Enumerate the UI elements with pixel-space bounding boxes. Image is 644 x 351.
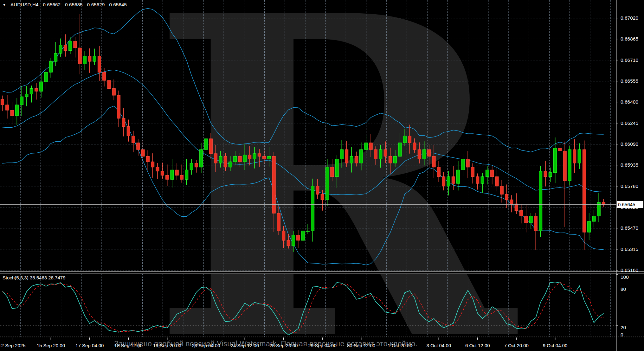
bear-candle — [151, 162, 154, 167]
bear-candle — [258, 154, 261, 156]
bull-candle — [15, 105, 18, 116]
bear-candle — [175, 170, 178, 175]
bull-candle — [204, 139, 208, 150]
bear-candle — [166, 175, 169, 179]
bear-candle — [107, 80, 111, 89]
bull-candle — [360, 150, 363, 163]
bear-candle — [563, 151, 566, 181]
time-axis-label: 3 Oct 04:00 — [427, 343, 451, 348]
bear-candle — [345, 150, 348, 163]
bull-candle — [457, 170, 460, 183]
bear-candle — [413, 143, 416, 150]
bear-candle — [98, 56, 101, 72]
bear-candle — [146, 156, 149, 162]
bear-candle — [137, 143, 140, 150]
bear-candle — [525, 216, 528, 223]
bull-candle — [539, 171, 542, 231]
watermark-letter: R — [149, 0, 521, 351]
bear-candle — [282, 231, 285, 240]
bear-candle — [78, 48, 81, 64]
bear-candle — [141, 150, 145, 156]
bear-candle — [384, 150, 387, 156]
symbol-dropdown-icon[interactable]: ▼ — [3, 3, 6, 7]
bull-candle — [219, 156, 222, 163]
bear-candle — [1, 99, 4, 105]
bull-candle — [529, 216, 532, 223]
price-axis-label: 0.65470 — [621, 225, 638, 231]
bull-candle — [40, 82, 43, 91]
bear-candle — [10, 110, 14, 116]
price-axis-label: 0.66865 — [621, 36, 638, 41]
time-axis-label: 6 Oct 12:00 — [465, 343, 490, 348]
bull-candle — [301, 231, 305, 240]
bear-candle — [277, 213, 280, 231]
bear-candle — [476, 177, 479, 183]
bear-candle — [515, 204, 518, 210]
quote-low: 0.65629 — [87, 2, 105, 7]
bear-candle — [369, 143, 372, 150]
bear-candle — [452, 177, 455, 183]
bear-candle — [321, 194, 324, 200]
bull-candle — [243, 155, 246, 162]
bear-candle — [122, 118, 125, 127]
bull-candle — [59, 45, 62, 54]
bear-candle — [495, 177, 499, 186]
stochastic-indicator-label: Stoch(5,3,3) 35.5463 28.7479 — [3, 275, 66, 280]
bear-candle — [112, 89, 115, 95]
watermark-trial-text: Защищено пробной версией Visual Watermar… — [114, 340, 418, 348]
price-axis-label: 0.66555 — [621, 78, 638, 84]
bull-candle — [364, 143, 368, 150]
bear-candle — [209, 139, 212, 154]
stoch-axis-label: 20 — [621, 325, 626, 330]
bear-candle — [573, 150, 576, 163]
bear-candle — [248, 155, 251, 159]
bull-candle — [20, 97, 23, 105]
price-axis-label: 0.66710 — [621, 57, 638, 63]
bear-candle — [355, 156, 358, 163]
chart-window: R12 Sep 202515 Sep 20:0017 Sep 04:0018 S… — [0, 0, 644, 351]
price-axis-label: 0.65935 — [621, 162, 638, 168]
bear-candle — [117, 95, 120, 118]
chart-canvas[interactable]: R12 Sep 202515 Sep 20:0017 Sep 04:0018 S… — [0, 0, 644, 351]
bull-candle — [340, 150, 343, 159]
bear-candle — [195, 163, 198, 167]
bull-candle — [588, 221, 591, 232]
bull-candle — [69, 41, 72, 51]
bear-candle — [500, 186, 503, 195]
bear-candle — [534, 216, 537, 231]
bull-candle — [171, 170, 174, 179]
bull-candle — [481, 177, 484, 183]
bear-candle — [510, 200, 513, 204]
stoch-axis-label: 0 — [621, 332, 623, 337]
bear-candle — [466, 159, 469, 167]
bull-candle — [49, 61, 52, 72]
bull-candle — [486, 170, 489, 176]
bear-candle — [132, 136, 135, 143]
bear-candle — [214, 154, 217, 163]
bull-candle — [83, 56, 87, 64]
bear-candle — [35, 89, 38, 92]
price-axis-label: 0.66400 — [621, 99, 638, 105]
bull-candle — [592, 216, 596, 221]
bear-candle — [491, 170, 494, 176]
quote-open: 0.65662 — [43, 2, 61, 7]
bull-candle — [568, 150, 571, 181]
bear-candle — [103, 72, 106, 80]
bear-candle — [602, 202, 605, 204]
bull-candle — [578, 150, 581, 163]
bull-candle — [267, 156, 271, 159]
price-axis-label: 0.66090 — [621, 141, 638, 147]
bull-candle — [229, 162, 232, 167]
bear-candle — [331, 167, 334, 177]
bear-candle — [224, 156, 227, 167]
time-axis-label: 15 Sep 20:00 — [37, 343, 65, 348]
time-axis-label: 9 Oct 04:00 — [543, 343, 568, 348]
bear-candle — [6, 105, 9, 110]
chart-header: ▼ AUDUSD,H4 0.65662 0.65685 0.65629 0.65… — [3, 2, 127, 7]
bear-candle — [156, 167, 159, 171]
time-axis-label: 17 Sep 04:00 — [75, 343, 104, 348]
bull-candle — [549, 173, 552, 177]
bull-candle — [379, 150, 382, 159]
bull-candle — [185, 170, 188, 179]
bear-candle — [389, 156, 392, 163]
